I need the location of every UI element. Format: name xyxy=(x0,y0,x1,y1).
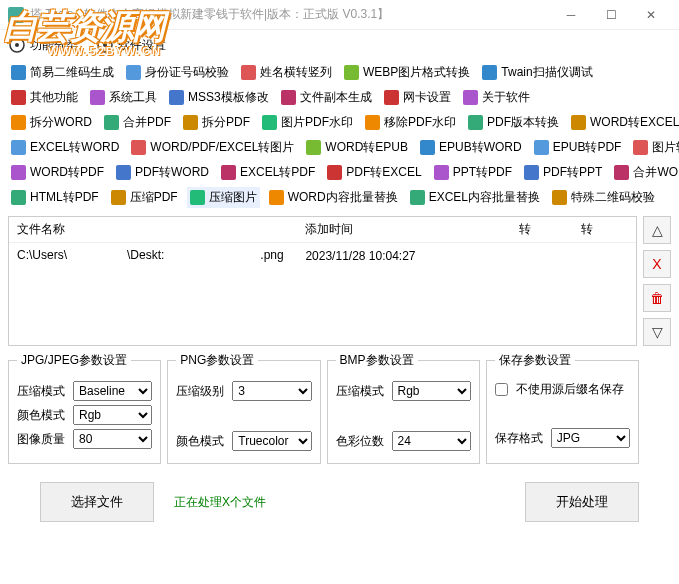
bmp-bits-label: 色彩位数 xyxy=(336,433,388,450)
tab-row5-5[interactable]: PDF转PPT xyxy=(521,162,605,183)
tab-label: PDF转EXCEL xyxy=(346,164,421,181)
tab-label: 其他功能 xyxy=(30,89,78,106)
tab-row2-1[interactable]: 系统工具 xyxy=(87,87,160,108)
tab-row6-5[interactable]: 特殊二维码校验 xyxy=(549,187,658,208)
delete-button[interactable]: X xyxy=(643,250,671,278)
tab-label: 合并PDF xyxy=(123,114,171,131)
tab-row6-3[interactable]: WORD内容批量替换 xyxy=(266,187,401,208)
tab-row1-1[interactable]: 身份证号码校验 xyxy=(123,62,232,83)
col-addtime[interactable]: 添加时间 xyxy=(297,217,510,243)
menu-category-label: 功能分类 xyxy=(30,37,78,54)
tab-row2-3[interactable]: 文件副本生成 xyxy=(278,87,375,108)
side-buttons: △ X 🗑 ▽ xyxy=(643,216,671,346)
tab-row4-1[interactable]: WORD/PDF/EXCEL转图片 xyxy=(128,137,297,158)
tab-row3-2[interactable]: 拆分PDF xyxy=(180,112,253,133)
tab-label: WORD内容批量替换 xyxy=(288,189,398,206)
tab-label: 姓名横转竖列 xyxy=(260,64,332,81)
tab-icon xyxy=(104,115,119,130)
tab-row3-0[interactable]: 拆分WORD xyxy=(8,112,95,133)
move-up-button[interactable]: △ xyxy=(643,216,671,244)
menu-category[interactable]: 功能分类 xyxy=(8,36,78,54)
tab-row1-0[interactable]: 简易二维码生成 xyxy=(8,62,117,83)
tab-label: PPT转PDF xyxy=(453,164,512,181)
png-params: PNG参数设置 压缩级别3 颜色模式Truecolor xyxy=(167,352,320,464)
tab-row1-2[interactable]: 姓名横转竖列 xyxy=(238,62,335,83)
tab-row4-2[interactable]: WORD转EPUB xyxy=(303,137,411,158)
png-color-select[interactable]: Truecolor xyxy=(232,431,311,451)
tab-row5-1[interactable]: PDF转WORD xyxy=(113,162,212,183)
tab-label: 压缩PDF xyxy=(130,189,178,206)
jpg-mode-select[interactable]: Baseline xyxy=(73,381,152,401)
save-fmt-select[interactable]: JPG xyxy=(551,428,630,448)
tab-row5-2[interactable]: EXCEL转PDF xyxy=(218,162,318,183)
clear-button[interactable]: 🗑 xyxy=(643,284,671,312)
col-conv2[interactable]: 转 xyxy=(573,217,636,243)
tab-icon xyxy=(482,65,497,80)
tab-row4-5[interactable]: 图片转PDF xyxy=(630,137,679,158)
close-button[interactable]: ✕ xyxy=(631,3,671,27)
gear-icon xyxy=(8,36,26,54)
tab-row6-2[interactable]: 压缩图片 xyxy=(187,187,260,208)
tab-row5-4[interactable]: PPT转PDF xyxy=(431,162,515,183)
tab-row5-3[interactable]: PDF转EXCEL xyxy=(324,162,424,183)
save-ext-checkbox[interactable] xyxy=(495,383,508,396)
tab-row2-0[interactable]: 其他功能 xyxy=(8,87,81,108)
tab-label: EXCEL转WORD xyxy=(30,139,119,156)
table-row[interactable]: C:\Users\ \Deskt: .png 2023/11/28 10:04:… xyxy=(9,243,636,269)
tab-row2-5[interactable]: 关于软件 xyxy=(460,87,533,108)
tab-row3-5[interactable]: PDF版本转换 xyxy=(465,112,562,133)
tab-label: WORD/PDF/EXCEL转图片 xyxy=(150,139,294,156)
png-level-select[interactable]: 3 xyxy=(232,381,311,401)
tab-icon xyxy=(552,190,567,205)
bmp-bits-select[interactable]: 24 xyxy=(392,431,471,451)
tab-row5-6[interactable]: 合并WORD xyxy=(611,162,679,183)
tab-icon xyxy=(11,115,26,130)
tab-icon xyxy=(11,140,26,155)
tab-row5-0[interactable]: WORD转PDF xyxy=(8,162,107,183)
minimize-button[interactable]: ─ xyxy=(551,3,591,27)
maximize-button[interactable]: ☐ xyxy=(591,3,631,27)
tab-row3-4[interactable]: 移除PDF水印 xyxy=(362,112,459,133)
move-down-button[interactable]: ▽ xyxy=(643,318,671,346)
tab-icon xyxy=(262,115,277,130)
titlebar: 塔 Tools - 软件本会高级模拟新建零钱于软件|版本：正式版 V0.3.1】… xyxy=(0,0,679,30)
tab-row2-2[interactable]: MSS3模板修改 xyxy=(166,87,272,108)
tab-label: WORD转EPUB xyxy=(325,139,408,156)
tab-icon xyxy=(468,115,483,130)
tab-icon xyxy=(111,190,126,205)
tab-row2-4[interactable]: 网卡设置 xyxy=(381,87,454,108)
tab-row6-1[interactable]: 压缩PDF xyxy=(108,187,181,208)
select-file-button[interactable]: 选择文件 xyxy=(40,482,154,522)
tab-row3-3[interactable]: 图片PDF水印 xyxy=(259,112,356,133)
tab-row4-3[interactable]: EPUB转WORD xyxy=(417,137,525,158)
bmp-mode-select[interactable]: Rgb xyxy=(392,381,471,401)
bmp-params: BMP参数设置 压缩模式Rgb 色彩位数24 xyxy=(327,352,480,464)
tab-row3-1[interactable]: 合并PDF xyxy=(101,112,174,133)
col-filename[interactable]: 文件名称 xyxy=(9,217,297,243)
tab-row4-0[interactable]: EXCEL转WORD xyxy=(8,137,122,158)
tab-label: 系统工具 xyxy=(109,89,157,106)
tab-icon xyxy=(11,90,26,105)
jpg-color-select[interactable]: Rgb xyxy=(73,405,152,425)
tab-icon xyxy=(281,90,296,105)
tab-row6-4[interactable]: EXCEL内容批量替换 xyxy=(407,187,543,208)
tab-icon xyxy=(116,165,131,180)
file-list[interactable]: 文件名称 添加时间 转 转 C:\Users\ \Deskt: .png 202… xyxy=(8,216,637,346)
tab-row6-0[interactable]: HTML转PDF xyxy=(8,187,102,208)
jpg-quality-select[interactable]: 80 xyxy=(73,429,152,449)
jpg-quality-label: 图像质量 xyxy=(17,431,69,448)
tab-row1-4[interactable]: Twain扫描仪调试 xyxy=(479,62,595,83)
tab-row3-6[interactable]: WORD转EXCEL xyxy=(568,112,679,133)
bmp-mode-label: 压缩模式 xyxy=(336,383,388,400)
tab-label: 网卡设置 xyxy=(403,89,451,106)
save-fmt-label: 保存格式 xyxy=(495,430,547,447)
col-conv1[interactable]: 转 xyxy=(511,217,574,243)
tab-label: 图片PDF水印 xyxy=(281,114,353,131)
tab-row1-3[interactable]: WEBP图片格式转换 xyxy=(341,62,473,83)
tab-row4-4[interactable]: EPUB转PDF xyxy=(531,137,625,158)
tab-icon xyxy=(11,190,26,205)
menu-settings[interactable]: 软件设置 xyxy=(96,36,166,54)
tab-icon xyxy=(221,165,236,180)
start-button[interactable]: 开始处理 xyxy=(525,482,639,522)
bmp-legend: BMP参数设置 xyxy=(336,352,418,369)
